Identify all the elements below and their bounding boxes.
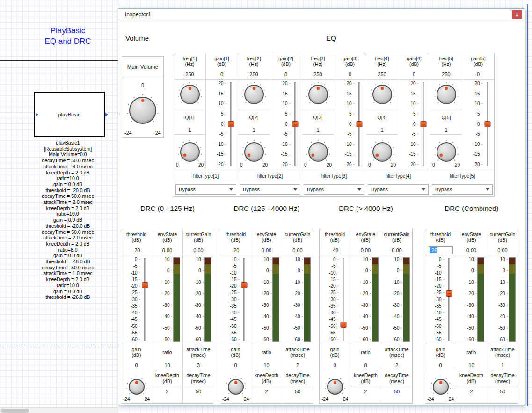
tick-label: 0 <box>413 122 419 127</box>
kneedepth-value[interactable]: 2 <box>456 386 487 397</box>
playbasic-block[interactable]: playBasic <box>34 92 105 137</box>
attacktime-value[interactable]: 2 <box>282 360 313 370</box>
envstate-label: envState(dB) <box>350 229 381 245</box>
kneedepth-value[interactable]: 2 <box>350 386 381 397</box>
gain-value[interactable]: 0 <box>462 69 494 80</box>
freq-knob[interactable] <box>238 80 270 109</box>
freq-value[interactable]: 250 <box>302 69 334 80</box>
tick-label: 10 <box>394 257 402 262</box>
gain-slider[interactable]: 20151050-5-10-15-20 <box>270 80 302 169</box>
q-value[interactable]: 1 <box>366 125 398 135</box>
attacktime-value[interactable]: 2 <box>381 360 412 370</box>
main-volume-knob[interactable] <box>122 92 163 129</box>
q-value[interactable]: 1 <box>238 125 270 135</box>
gain-knob[interactable]: -24 24 <box>220 370 251 403</box>
freq-knob[interactable] <box>174 80 206 109</box>
threshold-slider-handle[interactable] <box>446 290 452 297</box>
drc-title: DRC (0 - 125 Hz) <box>121 204 214 215</box>
q-value[interactable]: 1 <box>174 125 206 135</box>
gain-value[interactable]: 0 <box>270 69 302 80</box>
threshold-slider-handle[interactable] <box>341 322 347 328</box>
threshold-slider-handle[interactable] <box>241 282 248 288</box>
decaytime-value[interactable]: 50 <box>282 386 313 397</box>
gain-slider-handle[interactable] <box>228 121 234 127</box>
attacktime-value[interactable]: 1 <box>487 360 518 370</box>
tick-label: 5 <box>413 112 419 116</box>
q-value[interactable]: 1 <box>302 125 334 135</box>
freq-value[interactable]: 250 <box>174 69 206 80</box>
kneedepth-cell: kneeDepth(dB) 2 <box>251 370 282 403</box>
tick-label: 0 <box>234 257 240 262</box>
threshold-value[interactable]: -48 <box>320 245 350 255</box>
q-value[interactable]: 1 <box>430 125 462 135</box>
window-titlebar[interactable]: Inspector1 x <box>118 9 525 20</box>
gain-value[interactable]: 0 <box>320 360 350 370</box>
q-knob[interactable]: 0 20 <box>430 135 462 169</box>
kneedepth-value[interactable]: 2 <box>251 386 282 397</box>
horizontal-scrollbar-thumb[interactable] <box>1 409 29 413</box>
gain-value[interactable]: 0 <box>206 69 238 80</box>
ratio-value[interactable]: 10 <box>152 360 183 370</box>
threshold-value-editfield[interactable]: -26 <box>425 245 456 255</box>
tick-label: 15 <box>219 92 226 96</box>
gain-slider-handle[interactable] <box>421 121 427 127</box>
threshold-value[interactable]: -20 <box>220 245 251 255</box>
gain-value[interactable]: 0 <box>220 360 251 370</box>
gain-value[interactable]: 0 <box>425 360 456 370</box>
freq-knob[interactable] <box>430 80 462 109</box>
main-volume-value[interactable]: 0 <box>122 78 163 92</box>
q-knob[interactable]: 0 20 <box>174 135 206 169</box>
kneedepth-cell: kneeDepth(dB) 2 <box>152 370 183 403</box>
freq-knob[interactable] <box>302 80 334 109</box>
threshold-slider[interactable]: 0-5-10-15-20-25-30-35-40-45-50-55-60 <box>320 255 350 344</box>
threshold-slider[interactable]: 0-5-10-15-20-25-30-35-40-45-50-55-60 <box>425 255 456 344</box>
q-knob[interactable]: 0 20 <box>302 135 334 169</box>
playbasic-block-label: playBasic <box>58 112 80 117</box>
tick-label: -50 <box>435 324 445 329</box>
q-knob[interactable]: 0 20 <box>238 135 270 169</box>
filtertype-dropdown[interactable]: Bypass <box>368 184 429 195</box>
gain-slider[interactable]: 20151050-5-10-15-20 <box>398 80 430 169</box>
freq-knob[interactable] <box>366 80 398 109</box>
q-knob[interactable]: 0 20 <box>366 135 398 169</box>
freq-value[interactable]: 250 <box>366 69 398 80</box>
freq-value[interactable]: 250 <box>238 69 270 80</box>
gain-slider[interactable]: 20151050-5-10-15-20 <box>334 80 366 169</box>
gain-slider-handle[interactable] <box>357 121 363 127</box>
threshold-value[interactable]: -20 <box>121 245 152 255</box>
gain-value[interactable]: 0 <box>121 360 152 370</box>
gain-knob[interactable]: -24 24 <box>425 370 456 403</box>
gain-knob[interactable]: -24 24 <box>121 370 152 403</box>
horizontal-scrollbar[interactable] <box>0 407 118 413</box>
close-button[interactable]: x <box>512 10 522 19</box>
filtertype-dropdown[interactable]: Bypass <box>432 184 493 195</box>
filtertype-dropdown[interactable]: Bypass <box>240 184 300 195</box>
decaytime-value[interactable]: 50 <box>487 386 518 397</box>
annotation-line: threshold = -26.0 dB <box>12 294 124 300</box>
gain-value[interactable]: 0 <box>334 69 366 80</box>
attacktime-value[interactable]: 3 <box>183 360 214 370</box>
freq-value[interactable]: 250 <box>430 69 462 80</box>
ratio-value[interactable]: 10 <box>456 360 487 370</box>
gain-knob[interactable]: -24 24 <box>320 370 350 403</box>
chevron-down-icon <box>422 188 425 191</box>
gain-slider[interactable]: 20151050-5-10-15-20 <box>206 80 238 169</box>
kneedepth-value[interactable]: 2 <box>152 386 182 397</box>
tick-label: -5 <box>219 132 226 137</box>
decaytime-value[interactable]: 50 <box>381 386 412 397</box>
ratio-value[interactable]: 10 <box>251 360 282 370</box>
gain-slider[interactable]: 20151050-5-10-15-20 <box>462 80 494 169</box>
threshold-slider[interactable]: 0-5-10-15-20-25-30-35-40-45-50-55-60 <box>220 255 251 344</box>
decaytime-value[interactable]: 50 <box>183 386 214 397</box>
filtertype-dropdown[interactable]: Bypass <box>304 184 364 195</box>
gain-slider-handle[interactable] <box>292 121 299 127</box>
tick-label: -60 <box>435 337 445 342</box>
gain-value[interactable]: 0 <box>398 69 430 80</box>
ratio-value[interactable]: 8 <box>350 360 381 370</box>
threshold-slider-handle[interactable] <box>142 282 148 288</box>
filtertype-dropdown[interactable]: Bypass <box>175 184 236 195</box>
attacktime-label: attackTime(msec) <box>183 344 214 360</box>
gain-slider-handle[interactable] <box>485 121 491 127</box>
threshold-slider[interactable]: 0-5-10-15-20-25-30-35-40-45-50-55-60 <box>121 255 152 344</box>
annotation-line: decayTime = 50.0 msec <box>12 193 124 199</box>
